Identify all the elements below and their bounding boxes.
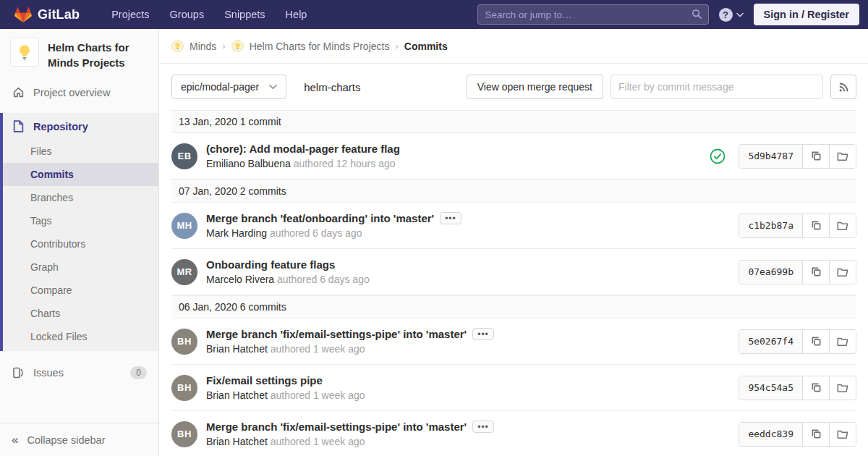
repository-name-label: helm-charts	[304, 81, 360, 93]
commit-author-link[interactable]: Brian Hatchet	[206, 389, 268, 401]
view-open-merge-request-button[interactable]: View open merge request	[467, 75, 603, 99]
sidebar-item-charts[interactable]: Charts	[3, 302, 158, 325]
commit-title-link[interactable]: Onboarding feature flags	[206, 258, 335, 271]
commit-sha-group: 5d9b4787	[739, 144, 856, 169]
commit-author-link[interactable]: Emiliano Balbuena	[206, 158, 291, 169]
commit-sha[interactable]: 5e0267f4	[739, 330, 802, 353]
lightbulb-icon	[16, 43, 33, 61]
sidebar-item-project-overview[interactable]: Project overview	[0, 79, 158, 106]
commit-title-link[interactable]: Fix/email settings pipe	[206, 374, 323, 387]
collapse-sidebar-label: Collapse sidebar	[27, 434, 105, 446]
rss-icon	[838, 82, 849, 93]
copy-sha-button[interactable]	[802, 376, 829, 400]
browse-files-button[interactable]	[829, 261, 856, 284]
commit-info: Onboarding feature flags Marcelo Rivera …	[206, 258, 730, 285]
pipeline-status-passed-icon[interactable]	[710, 148, 726, 164]
commit-description-toggle-button[interactable]: •••	[472, 421, 494, 433]
commit-author-link[interactable]: Marcelo Rivera	[206, 274, 274, 285]
commit-row: MH Merge branch 'feat/onboarding' into '…	[171, 203, 856, 249]
commit-title-link[interactable]: Merge branch 'fix/email-settings-pipe' i…	[206, 421, 467, 433]
folder-icon	[837, 429, 848, 439]
commit-filter-input[interactable]	[610, 75, 823, 99]
copy-sha-button[interactable]	[802, 261, 829, 284]
help-icon: ?	[719, 8, 733, 22]
author-avatar[interactable]: BH	[171, 375, 197, 401]
commit-sha[interactable]: c1b2b87a	[739, 214, 802, 237]
commit-title-link[interactable]: Merge branch 'fix/email-settings-pipe' i…	[206, 328, 467, 340]
branch-selector-value: epic/modal-pager	[181, 81, 259, 93]
sidebar-item-issues[interactable]: Issues 0	[0, 359, 158, 387]
commit-authored-time: authored 1 week ago	[271, 436, 365, 447]
commit-row: BH Merge branch 'fix/email-settings-pipe…	[171, 318, 856, 365]
browse-files-button[interactable]	[829, 376, 856, 400]
breadcrumb-link-group[interactable]: Minds	[190, 41, 216, 52]
breadcrumb-separator: ›	[222, 41, 225, 51]
nav-item-projects[interactable]: Projects	[103, 2, 158, 27]
nav-item-help[interactable]: Help	[277, 2, 316, 27]
nav-item-groups[interactable]: Groups	[161, 2, 213, 27]
browse-files-button[interactable]	[829, 423, 856, 446]
commit-date-label: 07 Jan, 2020 2 commits	[179, 185, 286, 197]
author-avatar[interactable]: BH	[171, 329, 197, 355]
commits-feed-button[interactable]	[830, 75, 856, 99]
project-header[interactable]: Helm Charts for Minds Projects	[0, 29, 158, 79]
lightbulb-icon	[174, 42, 182, 50]
sign-in-register-button[interactable]: Sign in / Register	[754, 4, 859, 25]
commit-actions: 5d9b4787	[710, 144, 856, 169]
commit-description-toggle-button[interactable]: •••	[440, 212, 461, 224]
commit-date-group: 07 Jan, 2020 2 commits MH Merge branch '…	[171, 180, 856, 295]
commit-info: Merge branch 'fix/email-settings-pipe' i…	[206, 421, 730, 447]
commit-sha[interactable]: 954c54a5	[739, 376, 802, 400]
commit-actions: 07ea699b	[739, 260, 856, 284]
sidebar-item-compare[interactable]: Compare	[3, 279, 158, 302]
sidebar-item-tags[interactable]: Tags	[3, 209, 158, 232]
copy-sha-button[interactable]	[802, 330, 829, 353]
copy-sha-button[interactable]	[802, 145, 829, 168]
global-search-input[interactable]	[477, 4, 709, 25]
commit-sha[interactable]: 5d9b4787	[739, 145, 802, 168]
commit-actions: 5e0267f4	[739, 329, 856, 354]
sidebar-item-label: Project overview	[33, 87, 110, 98]
sidebar-item-files[interactable]: Files	[3, 140, 158, 163]
commit-description-toggle-button[interactable]: •••	[472, 328, 494, 340]
nav-menu: Projects Groups Snippets Help	[103, 2, 315, 27]
home-icon	[12, 86, 25, 98]
sidebar-item-branches[interactable]: Branches	[3, 186, 158, 209]
sidebar-item-repository[interactable]: Repository	[3, 113, 158, 140]
group-avatar	[171, 40, 184, 52]
author-avatar[interactable]: MH	[171, 213, 197, 239]
commit-sha-group: 954c54a5	[739, 376, 856, 400]
breadcrumb-current-page: Commits	[404, 41, 448, 52]
commit-author-link[interactable]: Brian Hatchet	[206, 436, 268, 447]
gitlab-logo[interactable]: GitLab	[14, 7, 80, 23]
commit-sha[interactable]: eeddc839	[739, 423, 802, 446]
browse-files-button[interactable]	[829, 330, 856, 353]
copy-icon	[811, 382, 822, 393]
copy-icon	[811, 220, 822, 231]
commit-title-link[interactable]: (chore): Add modal-pager feature flag	[206, 143, 400, 155]
author-avatar[interactable]: MR	[171, 259, 197, 285]
browse-files-button[interactable]	[829, 145, 856, 168]
commit-title-link[interactable]: Merge branch 'feat/onboarding' into 'mas…	[206, 212, 434, 224]
sidebar-item-locked-files[interactable]: Locked Files	[3, 325, 158, 348]
help-menu[interactable]: ?	[719, 8, 744, 22]
breadcrumb-link-project[interactable]: Helm Charts for Minds Projects	[250, 41, 390, 52]
sidebar-item-commits[interactable]: Commits	[3, 163, 158, 186]
copy-sha-button[interactable]	[802, 214, 829, 237]
nav-item-snippets[interactable]: Snippets	[216, 2, 273, 27]
breadcrumb-separator: ›	[395, 41, 398, 51]
branch-selector-dropdown[interactable]: epic/modal-pager	[171, 75, 286, 99]
author-avatar[interactable]: EB	[171, 143, 197, 169]
browse-files-button[interactable]	[829, 214, 856, 237]
commit-author-link[interactable]: Brian Hatchet	[206, 343, 268, 355]
commit-date-group: 13 Jan, 2020 1 commit EB (chore): Add mo…	[171, 110, 856, 180]
copy-sha-button[interactable]	[802, 423, 829, 446]
collapse-sidebar-button[interactable]: « Collapse sidebar	[0, 423, 158, 456]
author-avatar[interactable]: BH	[171, 421, 197, 447]
commit-author-link[interactable]: Mark Harding	[206, 227, 267, 239]
commit-date-group: 06 Jan, 2020 6 commits BH Merge branch '…	[171, 295, 856, 456]
sidebar-item-graph[interactable]: Graph	[3, 256, 158, 279]
sidebar-item-contributors[interactable]: Contributors	[3, 232, 158, 256]
commit-sha-group: 5e0267f4	[739, 329, 856, 354]
commit-sha[interactable]: 07ea699b	[739, 261, 802, 284]
